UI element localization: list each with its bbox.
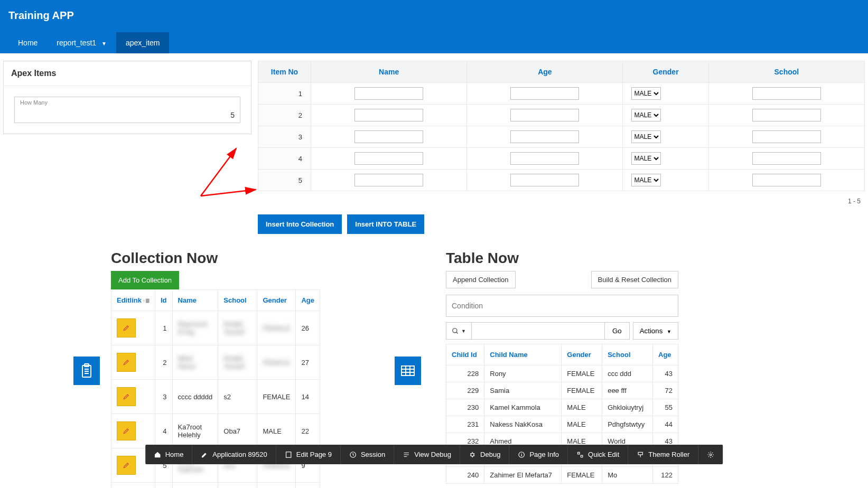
dev-home[interactable]: Home (145, 445, 193, 464)
cell-gender: MALE (562, 399, 602, 416)
cell-child-id: 230 (446, 399, 484, 416)
table-row: 4MALE (258, 148, 865, 170)
name-input[interactable] (354, 109, 423, 121)
col-name[interactable]: Name (311, 61, 467, 83)
svg-point-19 (521, 453, 522, 453)
condition-input[interactable] (446, 295, 678, 317)
col-name[interactable]: Name (172, 290, 218, 311)
table-row: 230Kamel KammolaMALEGhkloiuytryj55 (446, 399, 678, 416)
col-gender[interactable]: Gender (257, 290, 296, 311)
cell-name: Tamish smile (172, 483, 218, 489)
svg-point-24 (710, 454, 712, 456)
edit-row-button[interactable] (117, 456, 136, 475)
cell-gender: MALE (562, 416, 602, 433)
bug-icon (469, 451, 476, 458)
age-input[interactable] (510, 109, 579, 121)
age-input[interactable] (510, 130, 579, 143)
insert-into-table-button[interactable]: Insert INTO TABLE (347, 214, 424, 234)
cell-name: Ka7root Helehly (172, 414, 218, 448)
edit-row-button[interactable] (117, 387, 136, 406)
cell-age: 43 (653, 365, 678, 382)
cell-school: Ghkloiuytryj (602, 399, 653, 416)
search-column-dropdown[interactable]: ▼ (446, 322, 472, 340)
add-to-collection-button[interactable]: Add To Collection (111, 271, 179, 289)
actions-button[interactable]: Actions ▼ (633, 322, 678, 340)
insert-into-collection-button[interactable]: Insert Into Collection (258, 214, 342, 234)
dev-session[interactable]: Session (341, 445, 394, 464)
build-reset-collection-button[interactable]: Build & Reset Collection (591, 271, 678, 288)
col-school[interactable]: School (708, 61, 864, 83)
quick-edit-icon (576, 451, 584, 458)
tab-label: report_test1 (57, 39, 96, 47)
go-button[interactable]: Go (604, 322, 630, 340)
cell-id: 2 (155, 345, 172, 380)
gender-select[interactable]: MALE (631, 109, 661, 121)
tab-home[interactable]: Home (8, 32, 47, 53)
tab-report-test1[interactable]: report_test1 ▼ (47, 32, 116, 53)
col-age[interactable]: Age (467, 61, 623, 83)
grid-icon[interactable] (395, 356, 421, 385)
dev-view-debug[interactable]: View Debug (394, 445, 460, 464)
school-input[interactable] (752, 109, 821, 121)
dev-page-info[interactable]: Page Info (509, 445, 568, 464)
chevron-down-icon: ▼ (461, 329, 466, 334)
col-gender[interactable]: Gender (623, 61, 708, 83)
cell-gender: MALE (257, 483, 296, 489)
dev-edit-page[interactable]: Edit Page 9 (276, 445, 341, 464)
age-input[interactable] (510, 87, 579, 100)
tab-apex-item[interactable]: apex_item (116, 32, 170, 53)
gender-select[interactable]: MALE (631, 130, 661, 143)
home-icon (154, 451, 161, 458)
cell-item-no: 3 (258, 126, 311, 148)
dev-application[interactable]: Application 89520 (192, 445, 276, 464)
table-row: 5MALE (258, 170, 865, 191)
cell-child-name: Rony (484, 365, 562, 382)
col-item-no[interactable]: Item No (258, 61, 311, 83)
name-input[interactable] (354, 174, 423, 186)
age-input[interactable] (510, 152, 579, 165)
edit-row-button[interactable] (117, 353, 136, 372)
school-input[interactable] (752, 130, 821, 143)
gender-select[interactable]: MALE (631, 174, 661, 186)
how-many-field[interactable]: How Many 5 (14, 97, 240, 123)
age-input[interactable] (510, 174, 579, 186)
svg-rect-22 (638, 452, 642, 455)
dev-theme-roller[interactable]: Theme Roller (628, 445, 698, 464)
edit-row-button[interactable] (117, 318, 136, 337)
table-row: 1Reymond D'regKhalid YousefFEMALE26 (111, 311, 320, 345)
append-collection-button[interactable]: Append Collection (446, 271, 516, 288)
range-info: 1 - 5 (258, 191, 865, 211)
col-gender[interactable]: Gender (562, 344, 602, 365)
school-input[interactable] (752, 152, 821, 165)
school-input[interactable] (752, 87, 821, 100)
col-child-name[interactable]: Child Name (484, 344, 562, 365)
school-input[interactable] (752, 174, 821, 186)
table-row: 4Ka7root HelehlyOba7MALE22 (111, 414, 320, 448)
dev-settings[interactable] (698, 445, 723, 464)
col-school[interactable]: School (218, 290, 257, 311)
clipboard-icon[interactable] (73, 356, 100, 385)
developer-toolbar: Home Application 89520 Edit Page 9 Sessi… (145, 445, 723, 464)
name-input[interactable] (354, 87, 423, 100)
search-input[interactable] (472, 322, 604, 340)
view-debug-icon (403, 451, 410, 458)
dev-debug[interactable]: Debug (460, 445, 509, 464)
gender-select[interactable]: MALE (631, 152, 661, 165)
col-child-id[interactable]: Child Id (446, 344, 484, 365)
name-input[interactable] (354, 152, 423, 165)
cell-item-no: 1 (258, 83, 311, 105)
edit-row-button[interactable] (117, 421, 136, 440)
cell-child-id: 231 (446, 416, 484, 433)
col-id[interactable]: Id (155, 290, 172, 311)
col-age[interactable]: Age (296, 290, 320, 311)
gender-select[interactable]: MALE (631, 87, 661, 100)
dev-quick-edit[interactable]: Quick Edit (568, 445, 628, 464)
cell-id: 4 (155, 414, 172, 448)
col-school[interactable]: School (602, 344, 653, 365)
cell-school: eee fff (602, 382, 653, 399)
col-editlink[interactable]: Editlink↑≣ (111, 290, 155, 311)
name-input[interactable] (354, 130, 423, 143)
col-age[interactable]: Age (653, 344, 678, 365)
svg-rect-20 (577, 452, 580, 454)
svg-line-13 (456, 332, 458, 333)
